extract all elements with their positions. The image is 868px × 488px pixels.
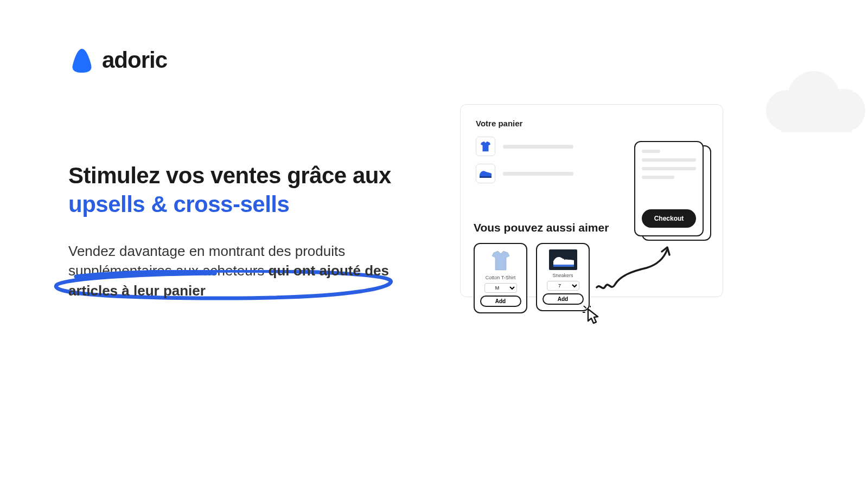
add-button[interactable]: Add bbox=[542, 293, 584, 305]
placeholder-line bbox=[503, 172, 573, 176]
checkout-card: Checkout bbox=[634, 141, 704, 236]
add-button[interactable]: Add bbox=[480, 296, 521, 307]
svg-rect-3 bbox=[781, 111, 852, 132]
placeholder-line bbox=[642, 167, 696, 170]
brand-name: adoric bbox=[102, 47, 167, 73]
cursor-icon bbox=[583, 306, 604, 328]
product-name: Cotton T-Shirt bbox=[486, 275, 515, 280]
sneaker-image bbox=[549, 249, 577, 270]
tshirt-icon bbox=[480, 140, 492, 152]
placeholder-line bbox=[503, 145, 573, 149]
headline-plain: Stimulez vos ventes grâce aux bbox=[68, 163, 391, 188]
sneaker-thumb bbox=[476, 164, 495, 183]
arrow-icon bbox=[592, 244, 679, 298]
svg-rect-4 bbox=[480, 176, 492, 178]
headline-accent: upsells & cross-sells bbox=[68, 191, 289, 217]
placeholder-line bbox=[642, 150, 660, 153]
brand-logo: adoric bbox=[68, 47, 167, 74]
tshirt-thumb bbox=[476, 137, 495, 156]
svg-line-5 bbox=[584, 306, 586, 308]
recommendations-title: Vous pouvez aussi aimer bbox=[474, 221, 609, 234]
size-select[interactable]: 7 bbox=[547, 281, 579, 291]
sneaker-icon bbox=[550, 251, 576, 269]
headline: Stimulez vos ventes grâce aux upsells & … bbox=[68, 162, 416, 219]
size-select[interactable]: M bbox=[484, 283, 517, 293]
product-name: Sneakers bbox=[552, 273, 573, 278]
product-card-sneakers: Sneakers 7 Add bbox=[536, 243, 590, 311]
placeholder-line bbox=[642, 176, 674, 179]
placeholder-line bbox=[642, 158, 696, 162]
tshirt-icon bbox=[492, 251, 510, 271]
cart-title: Votre panier bbox=[476, 119, 707, 128]
logo-icon bbox=[68, 47, 95, 74]
sneaker-icon bbox=[478, 168, 493, 179]
checkout-button[interactable]: Checkout bbox=[642, 209, 696, 228]
tshirt-image bbox=[489, 249, 512, 272]
product-card-tshirt: Cotton T-Shirt M Add bbox=[474, 243, 527, 313]
cloud-decoration bbox=[754, 67, 868, 132]
